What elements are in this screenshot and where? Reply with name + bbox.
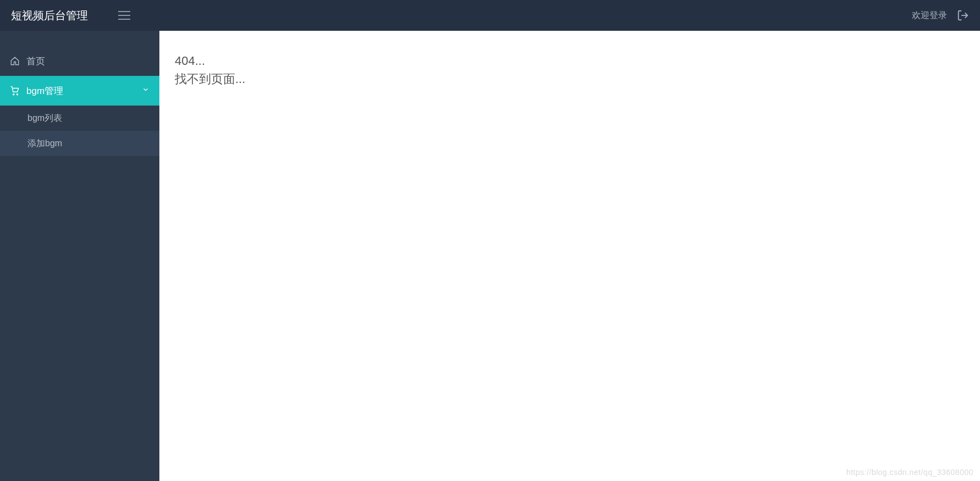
logout-icon[interactable]	[957, 9, 969, 21]
sidebar-subitem-add-bgm[interactable]: 添加bgm	[0, 131, 159, 156]
chevron-down-icon	[142, 85, 150, 96]
sidebar-item-label: 添加bgm	[27, 138, 62, 150]
app-brand: 短视频后台管理	[11, 8, 88, 23]
top-header: 短视频后台管理 欢迎登录	[0, 0, 980, 31]
error-message: 找不到页面...	[175, 70, 965, 88]
svg-point-2	[16, 94, 18, 95]
svg-point-1	[13, 94, 14, 95]
main-content: 404... 找不到页面...	[159, 31, 980, 481]
sidebar-item-label: bgm列表	[27, 113, 62, 124]
sidebar: 首页 bgm管理 bgm列表 添加bgm	[0, 31, 159, 481]
home-icon	[10, 56, 26, 66]
cart-icon	[10, 86, 26, 96]
sidebar-item-bgm-manage[interactable]: bgm管理	[0, 76, 159, 106]
sidebar-item-home[interactable]: 首页	[0, 46, 159, 76]
main-container: 首页 bgm管理 bgm列表 添加bgm 404	[0, 31, 980, 481]
sidebar-item-label: bgm管理	[26, 85, 63, 97]
header-right: 欢迎登录	[912, 9, 969, 21]
watermark: https://blog.csdn.net/qq_33608000	[846, 468, 973, 477]
sidebar-item-label: 首页	[26, 55, 45, 68]
error-code: 404...	[175, 52, 965, 70]
sidebar-subitem-bgm-list[interactable]: bgm列表	[0, 106, 159, 131]
welcome-label: 欢迎登录	[912, 10, 947, 21]
menu-toggle-icon[interactable]	[115, 8, 133, 23]
